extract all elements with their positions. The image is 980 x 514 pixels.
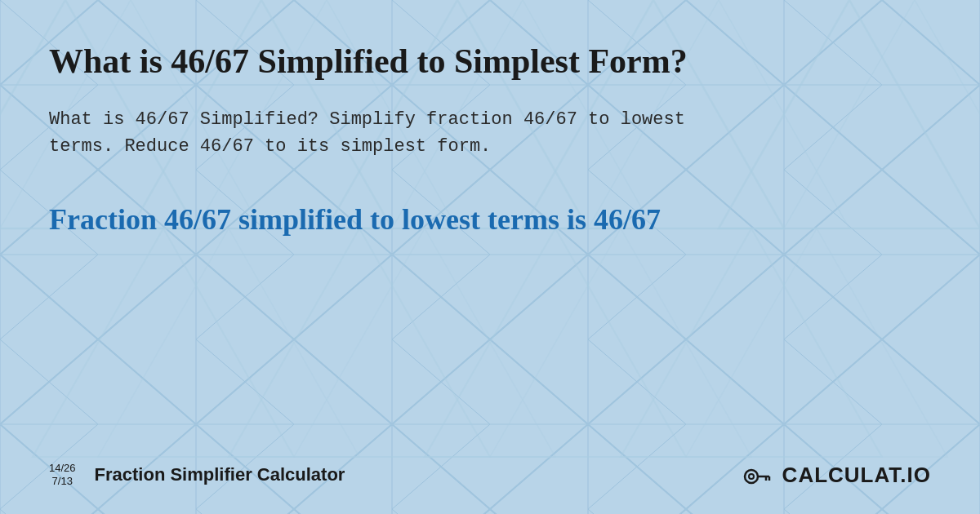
page-description: What is 46/67 Simplified? Simplify fract… [49, 106, 751, 160]
footer-fraction: 14/26 7/13 [49, 462, 76, 487]
footer-logo-area: CALCULAT.IO [742, 460, 931, 490]
footer-brand-label: Fraction Simplifier Calculator [95, 464, 345, 485]
footer-logo-text: CALCULAT.IO [782, 463, 931, 488]
svg-point-32 [745, 470, 758, 483]
footer: 14/26 7/13 Fraction Simplifier Calculato… [49, 444, 931, 490]
footer-fraction-bottom: 7/13 [52, 475, 73, 488]
content-wrapper: What is 46/67 Simplified to Simplest For… [0, 0, 980, 514]
svg-point-33 [749, 474, 754, 479]
key-icon [742, 460, 771, 490]
result-heading: Fraction 46/67 simplified to lowest term… [49, 201, 784, 239]
footer-left-content: 14/26 7/13 Fraction Simplifier Calculato… [49, 462, 345, 487]
footer-fraction-top: 14/26 [49, 462, 76, 475]
page-title: What is 46/67 Simplified to Simplest For… [49, 41, 784, 82]
